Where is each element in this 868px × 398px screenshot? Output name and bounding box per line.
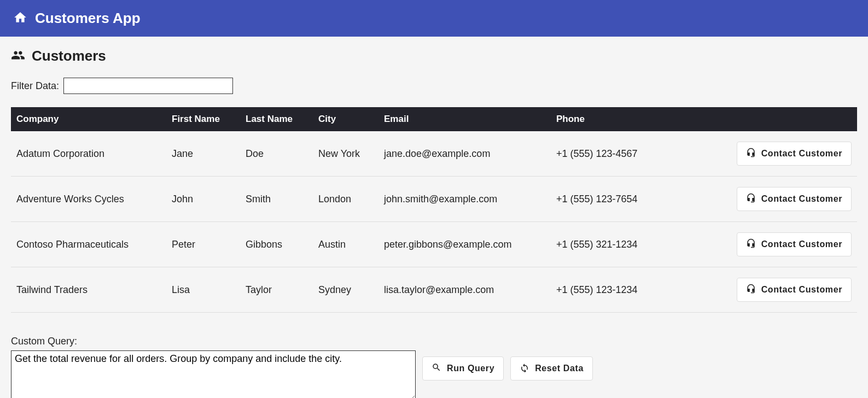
- cell-company: Tailwind Traders: [11, 267, 166, 313]
- run-query-button[interactable]: Run Query: [422, 356, 504, 381]
- col-company: Company: [11, 107, 166, 131]
- cell-email: lisa.taylor@example.com: [378, 267, 551, 313]
- cell-company: Adatum Corporation: [11, 131, 166, 177]
- page-title: Customers: [32, 48, 106, 65]
- headset-icon: [746, 238, 756, 250]
- filter-input[interactable]: [63, 78, 233, 94]
- content: Customers Filter Data: Company First Nam…: [0, 37, 868, 398]
- cell-phone: +1 (555) 123-4567: [551, 131, 674, 177]
- query-section: Custom Query: Run Query Reset Data: [11, 336, 857, 398]
- table-row: Contoso PharmaceuticalsPeterGibbonsAusti…: [11, 222, 857, 267]
- table-header-row: Company First Name Last Name City Email …: [11, 107, 857, 131]
- col-first-name: First Name: [166, 107, 240, 131]
- cell-city: London: [313, 177, 378, 222]
- cell-last-name: Taylor: [240, 267, 313, 313]
- page-heading: Customers: [11, 48, 857, 65]
- filter-label: Filter Data:: [11, 80, 59, 92]
- contact-customer-button[interactable]: Contact Customer: [737, 142, 852, 166]
- cell-first-name: Peter: [166, 222, 240, 267]
- cell-action: Contact Customer: [674, 177, 857, 222]
- contact-customer-button[interactable]: Contact Customer: [737, 232, 852, 256]
- col-city: City: [313, 107, 378, 131]
- cell-action: Contact Customer: [674, 131, 857, 177]
- cell-phone: +1 (555) 123-1234: [551, 267, 674, 313]
- cell-city: Austin: [313, 222, 378, 267]
- cell-company: Contoso Pharmaceuticals: [11, 222, 166, 267]
- cell-first-name: Jane: [166, 131, 240, 177]
- table-row: Adventure Works CyclesJohnSmithLondonjoh…: [11, 177, 857, 222]
- contact-customer-label: Contact Customer: [761, 239, 842, 249]
- cell-first-name: John: [166, 177, 240, 222]
- cell-first-name: Lisa: [166, 267, 240, 313]
- col-phone: Phone: [551, 107, 674, 131]
- headset-icon: [746, 193, 756, 205]
- col-action: [674, 107, 857, 131]
- headset-icon: [746, 284, 756, 296]
- col-email: Email: [378, 107, 551, 131]
- cell-email: peter.gibbons@example.com: [378, 222, 551, 267]
- contact-customer-label: Contact Customer: [761, 194, 842, 204]
- cell-email: jane.doe@example.com: [378, 131, 551, 177]
- headset-icon: [746, 148, 756, 160]
- cell-company: Adventure Works Cycles: [11, 177, 166, 222]
- app-title: Customers App: [35, 10, 141, 27]
- cell-last-name: Gibbons: [240, 222, 313, 267]
- contact-customer-button[interactable]: Contact Customer: [737, 187, 852, 211]
- search-icon: [432, 362, 441, 374]
- cell-action: Contact Customer: [674, 267, 857, 313]
- contact-customer-button[interactable]: Contact Customer: [737, 278, 852, 302]
- table-row: Adatum CorporationJaneDoeNew Yorkjane.do…: [11, 131, 857, 177]
- cell-phone: +1 (555) 321-1234: [551, 222, 674, 267]
- custom-query-label: Custom Query:: [11, 336, 416, 347]
- cell-email: john.smith@example.com: [378, 177, 551, 222]
- contact-customer-label: Contact Customer: [761, 149, 842, 159]
- home-icon[interactable]: [13, 10, 27, 27]
- run-query-label: Run Query: [447, 364, 494, 373]
- customers-table: Company First Name Last Name City Email …: [11, 107, 857, 313]
- cell-city: Sydney: [313, 267, 378, 313]
- contact-customer-label: Contact Customer: [761, 285, 842, 295]
- cell-last-name: Smith: [240, 177, 313, 222]
- cell-phone: +1 (555) 123-7654: [551, 177, 674, 222]
- reset-data-label: Reset Data: [535, 364, 584, 373]
- people-icon: [11, 48, 25, 65]
- cell-last-name: Doe: [240, 131, 313, 177]
- cell-action: Contact Customer: [674, 222, 857, 267]
- filter-row: Filter Data:: [11, 78, 857, 94]
- app-header: Customers App: [0, 0, 868, 37]
- col-last-name: Last Name: [240, 107, 313, 131]
- reset-data-button[interactable]: Reset Data: [510, 356, 593, 381]
- custom-query-textarea[interactable]: [11, 350, 416, 398]
- refresh-icon: [520, 362, 529, 374]
- table-row: Tailwind TradersLisaTaylorSydneylisa.tay…: [11, 267, 857, 313]
- cell-city: New York: [313, 131, 378, 177]
